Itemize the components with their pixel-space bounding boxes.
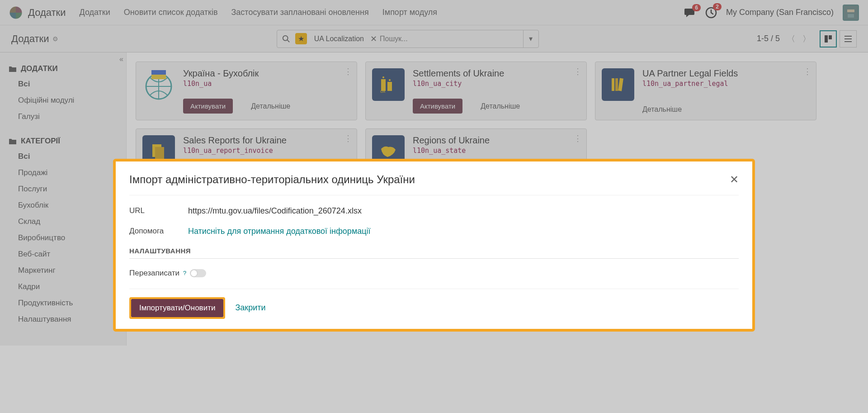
svg-text:UA: UA — [380, 90, 386, 94]
activate-button[interactable]: Активувати — [183, 99, 233, 114]
topbar: Додатки Додатки Оновити список додатків … — [0, 0, 868, 25]
avatar-icon — [844, 6, 858, 19]
sidebar-item-manufacturing[interactable]: Виробництво — [0, 230, 126, 246]
module-icon: UA — [372, 68, 405, 101]
modal-close-button[interactable]: ✕ — [730, 173, 739, 186]
module-title: Sales Reports for Ukraine — [183, 135, 350, 146]
search-icon[interactable] — [277, 35, 295, 43]
sidebar-item-all[interactable]: Всі — [0, 76, 126, 92]
menu-apply-updates[interactable]: Застосувати заплановані оновлення — [231, 8, 368, 17]
svg-rect-8 — [844, 36, 852, 37]
svg-point-17 — [389, 79, 391, 81]
help-label: Допомога — [129, 227, 188, 236]
svg-rect-2 — [847, 9, 854, 12]
module-card[interactable]: UA Settlements of Ukraine l10n_ua_city А… — [365, 62, 587, 120]
pager: 1-5 / 5 〈 〉 — [757, 33, 811, 44]
activities-badge: 2 — [713, 3, 722, 10]
svg-rect-23 — [155, 147, 164, 160]
sidebar-item-services[interactable]: Послуги — [0, 181, 126, 197]
sidebar-item-sales[interactable]: Продажі — [0, 165, 126, 181]
module-card[interactable]: UA Partner Legal Fields l10n_ua_partner_… — [595, 62, 816, 120]
pager-next[interactable]: 〉 — [802, 33, 811, 44]
card-menu-icon[interactable]: ⋮ — [574, 133, 582, 143]
sidebar-item-website[interactable]: Веб-сайт — [0, 246, 126, 262]
gear-icon[interactable]: ⚙ — [52, 35, 58, 43]
activities-button[interactable]: 2 — [705, 7, 717, 19]
svg-rect-7 — [829, 35, 832, 39]
sidebar-item-official[interactable]: Офіційні модулі — [0, 92, 126, 109]
divider — [129, 258, 739, 259]
search-box[interactable]: ★ UA Localization ✕ ▾ — [277, 30, 539, 48]
list-icon — [844, 35, 852, 43]
svg-line-5 — [287, 40, 289, 42]
module-tech-name: l10n_ua_report_invoice — [183, 147, 350, 155]
menu-update-list[interactable]: Оновити список додатків — [124, 8, 218, 17]
module-title: Україна - Бухоблік — [183, 68, 350, 79]
card-menu-icon[interactable]: ⋮ — [344, 133, 352, 143]
sidebar-item-hr[interactable]: Кадри — [0, 279, 126, 295]
search-tag: ★ — [295, 33, 307, 44]
help-link[interactable]: Натисніть для отримання додаткової інфор… — [188, 227, 371, 236]
view-kanban[interactable] — [820, 30, 837, 47]
view-list[interactable] — [840, 30, 857, 47]
sidebar-item-inventory[interactable]: Склад — [0, 214, 126, 230]
messages-button[interactable]: 6 — [684, 8, 696, 18]
menu-apps[interactable]: Додатки — [79, 8, 110, 17]
control-bar: Додатки ⚙ ★ UA Localization ✕ ▾ 1-5 / 5 … — [0, 25, 868, 52]
page-title: Додатки — [11, 33, 49, 45]
search-dropdown[interactable]: ▾ — [523, 30, 538, 47]
user-avatar[interactable] — [843, 5, 859, 21]
tag-remove[interactable]: ✕ — [368, 34, 380, 44]
sidebar-collapse[interactable]: « — [119, 55, 123, 63]
pager-prev[interactable]: 〈 — [787, 33, 795, 44]
pager-text: 1-5 / 5 — [757, 34, 780, 43]
svg-point-4 — [283, 35, 288, 40]
top-menu: Додатки Оновити список додатків Застосув… — [79, 8, 437, 17]
overwrite-toggle[interactable] — [190, 269, 206, 277]
module-tech-name: l10n_ua — [183, 80, 350, 88]
menu-import-module[interactable]: Імпорт модуля — [382, 8, 437, 17]
sidebar-item-accounting[interactable]: Бухоблік — [0, 197, 126, 214]
activate-button[interactable]: Активувати — [413, 99, 462, 114]
sidebar-item-industries[interactable]: Галузі — [0, 109, 126, 125]
card-menu-icon[interactable]: ⋮ — [574, 66, 582, 76]
details-button[interactable]: Детальніше — [481, 102, 520, 110]
module-tech-name: l10n_ua_state — [413, 147, 580, 155]
card-menu-icon[interactable]: ⋮ — [344, 66, 352, 76]
module-card[interactable]: Україна - Бухоблік l10n_ua Активувати Де… — [136, 62, 357, 120]
module-title: Settlements of Ukraine — [413, 68, 580, 79]
help-icon[interactable]: ? — [183, 270, 186, 276]
module-title: Regions of Ukraine — [413, 135, 580, 146]
svg-rect-13 — [151, 75, 166, 79]
app-logo[interactable]: Додатки — [9, 6, 66, 19]
sidebar-item-cat-all[interactable]: Всі — [0, 148, 126, 165]
module-title: UA Partner Legal Fields — [642, 68, 810, 79]
card-menu-icon[interactable]: ⋮ — [803, 66, 811, 76]
module-tech-name: l10n_ua_city — [413, 80, 580, 88]
breadcrumb: Додатки ⚙ — [11, 33, 58, 45]
overwrite-label: Перезаписати — [129, 269, 179, 278]
settings-section-title: НАЛАШТУВАННЯ — [129, 247, 739, 255]
svg-rect-21 — [618, 78, 623, 91]
details-button[interactable]: Детальніше — [251, 102, 290, 110]
sidebar-group-apps: ДОДАТКИ — [0, 62, 126, 76]
module-tech-name: l10n_ua_partner_legal — [642, 80, 810, 88]
sidebar-item-settings[interactable]: Налаштування — [0, 311, 126, 328]
search-input[interactable] — [380, 35, 523, 43]
view-switcher — [820, 30, 857, 47]
details-button[interactable]: Детальніше — [642, 105, 682, 114]
messages-badge: 6 — [692, 4, 701, 11]
svg-rect-15 — [387, 82, 392, 91]
close-button[interactable]: Закрити — [235, 303, 265, 313]
url-value: https://mtu.gov.ua/files/Codification_26… — [188, 206, 362, 216]
logo-icon — [9, 6, 23, 19]
import-button[interactable]: Імпортувати/Оновити — [131, 299, 223, 317]
module-icon — [142, 68, 175, 101]
company-selector[interactable]: My Company (San Francisco) — [726, 8, 834, 17]
folder-icon — [9, 138, 16, 144]
sidebar-item-productivity[interactable]: Продуктивність — [0, 295, 126, 311]
svg-rect-9 — [844, 38, 852, 39]
sidebar-item-marketing[interactable]: Маркетинг — [0, 262, 126, 279]
svg-rect-10 — [844, 41, 852, 42]
search-tag-label: UA Localization — [314, 35, 364, 43]
